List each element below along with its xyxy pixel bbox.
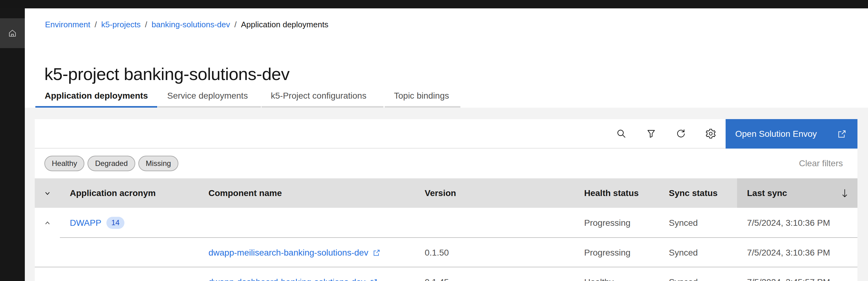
launch-icon: [370, 278, 378, 281]
table-row-child-dashboard: dwapp-dashboard-banking-solutions-dev 0.…: [35, 267, 858, 281]
home-icon: [8, 29, 17, 38]
expand-all-button[interactable]: [35, 178, 60, 208]
data-table-card: Open Solution Envoy Healthy Degraded: [35, 119, 858, 281]
breadcrumb-current-page: Application deployments: [241, 20, 329, 29]
breadcrumb-link-banking-solutions-dev[interactable]: banking-solutions-dev: [152, 20, 230, 29]
filter-tag-healthy[interactable]: Healthy: [44, 156, 84, 171]
last-sync-cell: 7/5/2024, 3:45:57 PM: [737, 267, 858, 281]
page-header: Environment / k5-projects / banking-solu…: [25, 8, 868, 107]
open-solution-envoy-button[interactable]: Open Solution Envoy: [725, 119, 858, 149]
search-icon: [616, 128, 627, 139]
sync-status-cell: Synced: [659, 238, 737, 267]
column-header-application-acronym[interactable]: Application acronym: [60, 178, 198, 208]
tab-k5-project-configurations[interactable]: k5-Project configurations: [261, 85, 383, 107]
clear-filters-button[interactable]: Clear filters: [799, 158, 843, 168]
tab-application-deployments[interactable]: Application deployments: [35, 85, 157, 107]
launch-icon: [837, 129, 847, 139]
breadcrumb-link-k5-projects[interactable]: k5-projects: [101, 20, 141, 29]
sidebar-item-home[interactable]: [0, 18, 25, 48]
component-name-cell: [198, 208, 415, 238]
column-header-component-name[interactable]: Component name: [198, 178, 415, 208]
side-nav: [0, 8, 25, 281]
breadcrumb: Environment / k5-projects / banking-solu…: [45, 20, 329, 29]
application-acronym-link[interactable]: DWAPP: [70, 218, 101, 228]
component-name-text: dwapp-meilisearch-banking-solutions-dev: [209, 248, 368, 258]
gear-icon: [706, 128, 716, 139]
health-status-cell: Progressing: [574, 208, 659, 238]
column-header-sync-status[interactable]: Sync status: [659, 178, 737, 208]
breadcrumb-separator: /: [145, 20, 147, 29]
table-header-row: Application acronym Component name Versi…: [35, 178, 858, 208]
tab-bar: Application deployments Service deployme…: [35, 85, 460, 107]
filter-button[interactable]: [636, 119, 666, 148]
health-status-cell: Progressing: [574, 238, 659, 267]
tab-service-deployments[interactable]: Service deployments: [158, 85, 261, 107]
version-cell: [415, 208, 574, 238]
version-cell: 0.1.45: [415, 267, 574, 281]
application-window: Environment / k5-projects / banking-solu…: [0, 0, 868, 281]
collapse-row-button[interactable]: [35, 208, 60, 238]
top-header-bar: [0, 0, 868, 8]
refresh-icon: [676, 128, 686, 139]
breadcrumb-link-environment[interactable]: Environment: [45, 20, 90, 29]
refresh-button[interactable]: [666, 119, 696, 148]
column-header-version[interactable]: Version: [415, 178, 574, 208]
sort-descending-arrow-icon: [839, 188, 850, 198]
launch-icon: [373, 249, 381, 257]
sync-status-cell: Synced: [659, 208, 737, 238]
filter-tag-missing[interactable]: Missing: [138, 156, 178, 171]
last-sync-label: Last sync: [747, 188, 787, 198]
breadcrumb-separator: /: [235, 20, 237, 29]
sync-status-cell: Synced: [659, 267, 737, 281]
health-status-cell: Healthy: [574, 267, 659, 281]
settings-button[interactable]: [696, 119, 725, 148]
component-count-badge: 14: [106, 217, 125, 229]
last-sync-cell: 7/5/2024, 3:10:36 PM: [737, 208, 858, 238]
version-cell: 0.1.50: [415, 238, 574, 267]
column-header-last-sync-sorted[interactable]: Last sync: [737, 178, 858, 208]
table-row-child-meilisearch: dwapp-meilisearch-banking-solutions-dev …: [35, 238, 858, 267]
chevron-down-icon: [43, 189, 52, 197]
filter-icon: [646, 128, 656, 139]
page-title: k5-project banking-solutions-dev: [44, 64, 289, 84]
tab-topic-bindings[interactable]: Topic bindings: [385, 85, 460, 107]
table-section: Open Solution Envoy Healthy Degraded: [25, 107, 868, 281]
main-content: Environment / k5-projects / banking-solu…: [25, 8, 868, 281]
table-row-parent-dwapp: DWAPP 14 Progressing Synced 7/5/2024, 3:…: [35, 208, 858, 238]
active-filters-row: Healthy Degraded Missing Clear filters: [35, 149, 858, 178]
search-button[interactable]: [607, 119, 636, 148]
chevron-up-icon: [43, 219, 52, 227]
last-sync-cell: 7/5/2024, 3:10:36 PM: [737, 238, 858, 267]
component-name-link[interactable]: dwapp-dashboard-banking-solutions-dev: [209, 277, 378, 281]
breadcrumb-separator: /: [95, 20, 97, 29]
table-toolbar: Open Solution Envoy: [35, 119, 858, 149]
filter-tag-degraded[interactable]: Degraded: [88, 156, 135, 171]
column-header-health-status[interactable]: Health status: [574, 178, 659, 208]
component-name-text: dwapp-dashboard-banking-solutions-dev: [209, 277, 366, 281]
open-solution-envoy-label: Open Solution Envoy: [735, 129, 817, 139]
page-background-gap: [858, 207, 868, 281]
component-name-link[interactable]: dwapp-meilisearch-banking-solutions-dev: [209, 248, 381, 258]
